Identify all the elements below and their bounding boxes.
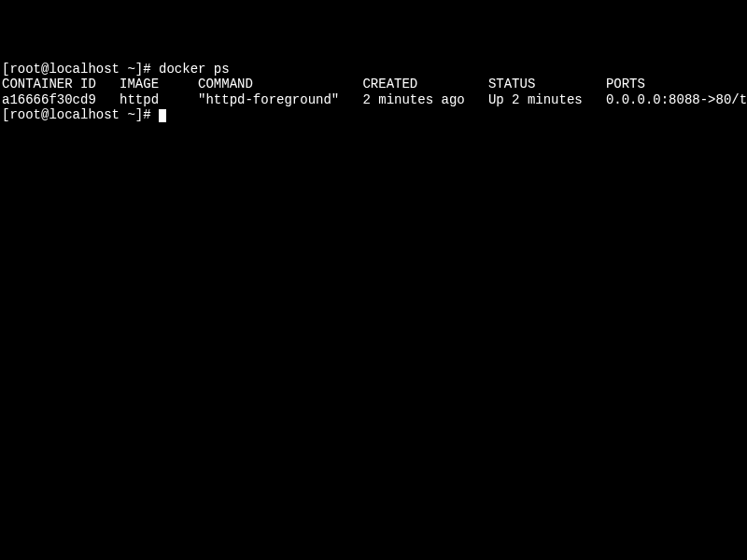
- cursor-icon: [159, 109, 166, 122]
- command-line-1: [root@localhost ~]# docker ps: [2, 62, 745, 77]
- command-line-2[interactable]: [root@localhost ~]#: [2, 107, 745, 122]
- table-header-row: CONTAINER ID IMAGE COMMAND CREATED STATU…: [2, 77, 745, 91]
- shell-prompt: [root@localhost ~]#: [2, 107, 159, 122]
- table-row: a16666f30cd9 httpd "httpd-foreground" 2 …: [2, 92, 745, 107]
- shell-prompt: [root@localhost ~]#: [2, 62, 159, 77]
- typed-command: docker ps: [159, 62, 230, 77]
